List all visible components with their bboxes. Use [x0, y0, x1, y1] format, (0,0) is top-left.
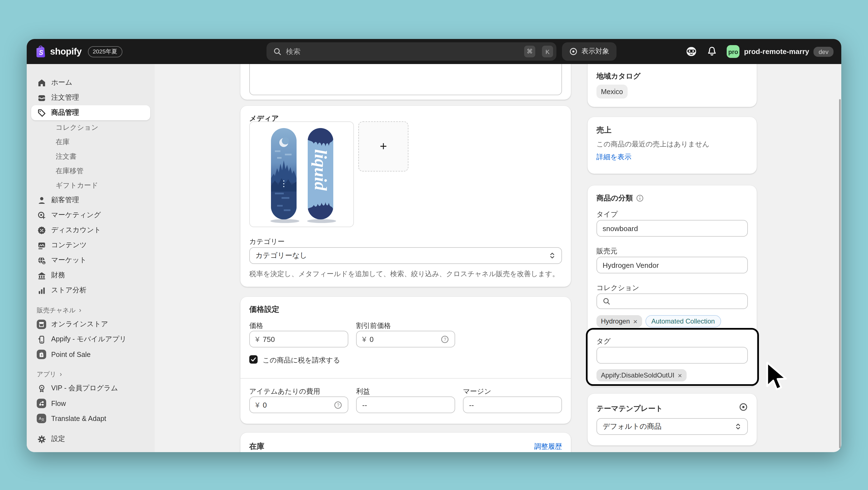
sidebar-item-appify[interactable]: Appify - モバイルアプリ: [31, 332, 150, 347]
svg-text:liquid: liquid: [311, 149, 330, 191]
brand-name: shopify: [50, 46, 82, 57]
global-search-input[interactable]: 検索 ⌘ K: [267, 42, 556, 61]
adjustment-history-link[interactable]: 調整履歴: [534, 442, 562, 452]
pricing-title: 価格設定: [249, 305, 279, 315]
profit-label: 利益: [356, 387, 370, 397]
release-badge: 2025年夏: [88, 46, 122, 57]
remove-tag-icon[interactable]: ×: [678, 372, 682, 379]
shopify-bag-icon: S: [34, 45, 46, 58]
classification-card: 商品の分類 タイプ snowboard 販売元 Hydrogen Vendor …: [588, 185, 757, 386]
svg-text:文: 文: [41, 417, 44, 422]
sidebar-item-transfers[interactable]: 在庫移管: [31, 164, 150, 178]
view-icon[interactable]: [739, 403, 748, 411]
page-scrollbar[interactable]: [839, 99, 841, 448]
topbar-right: pro prod-remote-marry dev: [685, 39, 834, 64]
price-input[interactable]: ¥ 750: [249, 331, 348, 347]
person-icon: [37, 196, 46, 205]
image-icon: [37, 241, 46, 250]
orders-icon: [37, 93, 46, 102]
globe-dollar-icon: $: [37, 256, 46, 265]
help-icon[interactable]: ?: [441, 335, 449, 343]
margin-field: --: [463, 397, 562, 413]
pricing-card: 価格設定 価格 ¥ 750 割引前価格 ¥ 0 ? この商品に税を請求する アイ…: [240, 297, 571, 424]
catalog-tag[interactable]: Mexico: [596, 85, 627, 98]
sidebar-item-settings[interactable]: 設定: [31, 432, 150, 446]
sidebar-item-home[interactable]: ホーム: [31, 75, 150, 90]
shortcut-cmd-key: ⌘: [524, 46, 535, 57]
vendor-input[interactable]: Hydrogen Vendor: [596, 257, 748, 273]
sidebar-item-collections[interactable]: コレクション: [31, 120, 150, 135]
topbar: S shopify 2025年夏 検索 ⌘ K 表示対象: [27, 39, 841, 64]
sidebar-item-vip[interactable]: VIP - 会員プログラム: [31, 381, 150, 396]
shortcut-k-key: K: [542, 46, 553, 57]
account-menu[interactable]: pro prod-remote-marry dev: [727, 45, 834, 58]
help-icon[interactable]: ?: [334, 401, 342, 409]
profit-field: --: [356, 397, 455, 413]
apps-section[interactable]: アプリ ›: [31, 368, 150, 381]
product-media-thumbnail[interactable]: liquid: [249, 121, 354, 227]
sidebar-item-products[interactable]: 商品管理: [31, 105, 150, 120]
sales-title: 売上: [596, 125, 612, 135]
pricing-divider: [240, 378, 571, 379]
product-tag[interactable]: Appify:DisableSoldOutUI ×: [596, 369, 686, 381]
sidebar-item-discounts[interactable]: ディスカウント: [31, 223, 150, 238]
sidekick-button[interactable]: [685, 46, 697, 57]
bell-icon: [707, 46, 717, 57]
search-icon: [602, 297, 610, 305]
cost-label: アイテムあたりの費用: [249, 387, 320, 397]
add-media-button[interactable]: +: [358, 121, 408, 172]
target-cursor-icon: [37, 211, 46, 220]
svg-text:?: ?: [444, 337, 446, 342]
shopify-admin-window: S shopify 2025年夏 検索 ⌘ K 表示対象: [27, 39, 841, 452]
theme-template-select[interactable]: デフォルトの商品: [596, 418, 748, 435]
sidebar-item-pos[interactable]: S Point of Sale: [31, 347, 150, 362]
sales-channels-section[interactable]: 販売チャネル ›: [31, 304, 150, 317]
charge-tax-label: この商品に税を請求する: [262, 356, 340, 365]
bar-chart-icon: [37, 286, 46, 295]
sidebar-item-flow[interactable]: Flow: [31, 396, 150, 411]
view-target-button[interactable]: 表示対象: [562, 42, 617, 61]
compare-price-input[interactable]: ¥ 0 ?: [356, 331, 455, 347]
sales-details-link[interactable]: 詳細を表示: [596, 152, 631, 162]
sidebar-item-markets[interactable]: $ マーケット: [31, 253, 150, 268]
sidebar-item-marketing[interactable]: マーケティング: [31, 208, 150, 223]
sidebar-item-gift-cards[interactable]: ギフトカード: [31, 178, 150, 193]
desktop: S shopify 2025年夏 検索 ⌘ K 表示対象: [0, 0, 868, 490]
env-badge: dev: [814, 47, 834, 57]
remove-tag-icon[interactable]: ×: [633, 318, 638, 325]
mobile-app-icon: [37, 335, 46, 344]
category-select[interactable]: カテゴリーなし: [249, 247, 562, 264]
sidebar-item-content[interactable]: コンテンツ: [31, 238, 150, 253]
info-icon[interactable]: [636, 194, 644, 202]
sidekick-face-icon: [685, 46, 697, 57]
collection-tag-automated[interactable]: Automated Collection: [645, 315, 721, 327]
gear-icon: [37, 435, 46, 443]
sidebar-item-purchase-orders[interactable]: 注文書: [31, 149, 150, 164]
sidebar-item-inventory[interactable]: 在庫: [31, 135, 150, 149]
sales-card: 売上 この商品の最近の売上はありません 詳細を表示: [588, 117, 757, 174]
online-store-icon: [37, 320, 46, 329]
sidebar-item-online-store[interactable]: オンラインストア: [31, 317, 150, 332]
sidebar-spacer: [31, 426, 150, 432]
shopify-logo[interactable]: S shopify 2025年夏: [34, 39, 122, 64]
sidebar-item-orders[interactable]: 注文管理: [31, 90, 150, 105]
sidebar-item-customers[interactable]: 顧客管理: [31, 193, 150, 208]
notifications-button[interactable]: [707, 46, 717, 57]
translate-icon: A文: [37, 414, 46, 423]
search-placeholder: 検索: [286, 47, 301, 57]
tags-input[interactable]: [596, 347, 748, 364]
type-input[interactable]: snowboard: [596, 220, 748, 237]
sidebar-item-finance[interactable]: 財務: [31, 268, 150, 283]
vendor-label: 販売元: [596, 247, 617, 256]
sidebar-nav: ホーム 注文管理 商品管理 コレクション 在庫 注文書 在庫移管 ギフトカード …: [27, 64, 155, 452]
sidebar-item-translate[interactable]: A文 Translate & Adapt: [31, 411, 150, 426]
collection-tag-hydrogen[interactable]: Hydrogen ×: [596, 315, 642, 327]
inventory-card: 在庫 調整履歴: [240, 433, 571, 452]
collections-search-input[interactable]: [596, 293, 748, 309]
snowboard-image: liquid: [253, 125, 350, 224]
sidebar-item-analytics[interactable]: ストア分析: [31, 283, 150, 298]
svg-text:S: S: [41, 353, 42, 357]
charge-tax-checkbox[interactable]: [249, 355, 258, 364]
price-label: 価格: [249, 321, 263, 331]
cost-input[interactable]: ¥ 0 ?: [249, 397, 348, 413]
